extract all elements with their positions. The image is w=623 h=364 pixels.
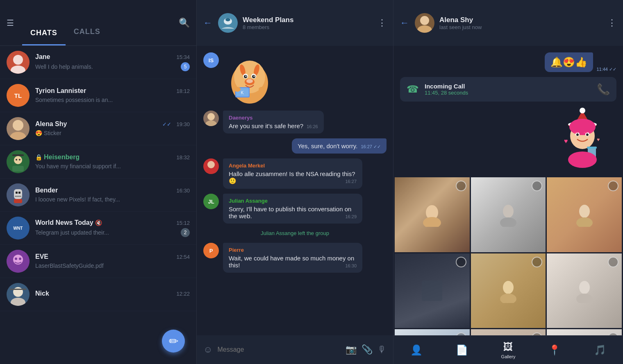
gallery-item[interactable] bbox=[471, 329, 546, 335]
mute-icon: 🔇 bbox=[95, 219, 102, 226]
svg-point-23 bbox=[11, 298, 25, 306]
more-options-icon[interactable]: ⋮ bbox=[607, 18, 616, 28]
compose-button[interactable]: ✏ bbox=[162, 330, 185, 353]
list-item[interactable]: Bender 16:30 I looove new Pixels! If fac… bbox=[0, 179, 196, 212]
message-row: Daenerys Are you sure it's safe here?16:… bbox=[203, 111, 387, 133]
svg-point-3 bbox=[10, 132, 26, 140]
unread-badge: 5 bbox=[181, 62, 190, 71]
call-card: ☎ Incoming Call 11:45, 28 seconds 📞 bbox=[400, 77, 616, 102]
list-item[interactable]: Alena Shy ✓✓ 19:30 😍 Sticker bbox=[0, 112, 196, 145]
bottom-bar-location[interactable]: 📍 bbox=[548, 344, 561, 356]
messages-area: IS bbox=[197, 46, 393, 335]
svg-point-61 bbox=[576, 133, 579, 136]
chat-header: ← Weekend Plans 8 members ⋮ bbox=[197, 0, 393, 46]
call-label: Incoming Call bbox=[425, 83, 591, 90]
profile-icon: 👤 bbox=[410, 344, 423, 356]
svg-point-48 bbox=[207, 161, 215, 168]
msg-time: 16:27 bbox=[345, 179, 357, 184]
svg-point-45 bbox=[259, 87, 265, 92]
svg-point-77 bbox=[579, 281, 590, 294]
gallery-icon: 🖼 bbox=[503, 341, 513, 353]
gallery-item[interactable] bbox=[471, 253, 546, 328]
contact-name: Alena Shy bbox=[439, 16, 607, 24]
svg-rect-74 bbox=[422, 280, 442, 301]
phone-icon[interactable]: 📞 bbox=[597, 83, 610, 96]
svg-point-72 bbox=[579, 205, 590, 218]
svg-text:♥: ♥ bbox=[564, 138, 568, 145]
svg-rect-13 bbox=[16, 192, 18, 194]
list-item[interactable]: EVE 12:54 LaserBlastSafetyGuide.pdf bbox=[0, 245, 196, 278]
svg-point-7 bbox=[14, 156, 22, 164]
msg-avatar bbox=[203, 111, 219, 126]
chat-header-info: Weekend Plans 8 members bbox=[243, 16, 377, 30]
bottom-bar-profile[interactable]: 👤 bbox=[410, 344, 423, 356]
svg-rect-10 bbox=[12, 166, 24, 172]
svg-point-40 bbox=[246, 79, 253, 83]
select-circle[interactable] bbox=[608, 257, 618, 267]
left-header: ☰ CHATS CALLS 🔍 bbox=[0, 0, 196, 46]
right-header: ← Alena Shy last seen just now ⋮ bbox=[393, 0, 623, 46]
svg-point-71 bbox=[500, 217, 516, 227]
camera-icon[interactable]: 📷 bbox=[346, 344, 357, 355]
list-item[interactable]: 🔒 Heisenberg 18:32 You have my financial… bbox=[0, 145, 196, 179]
emoji-icon[interactable]: ☺ bbox=[203, 344, 212, 355]
svg-point-51 bbox=[417, 25, 432, 33]
svg-point-37 bbox=[246, 76, 247, 77]
gallery-item[interactable] bbox=[547, 253, 622, 328]
search-icon[interactable]: 🔍 bbox=[179, 18, 190, 28]
bottom-bar-files[interactable]: 📄 bbox=[456, 344, 468, 356]
svg-point-76 bbox=[500, 294, 516, 303]
hamburger-icon[interactable]: ☰ bbox=[7, 18, 14, 28]
avatar bbox=[7, 283, 30, 306]
gallery-item[interactable] bbox=[547, 329, 622, 335]
msg-sender: Pierre bbox=[229, 247, 357, 253]
right-content: 🔔😍👍 11:44 ✓✓ ☎ Incoming Call 11:45, 28 s… bbox=[393, 46, 623, 335]
svg-rect-22 bbox=[10, 289, 26, 290]
list-item[interactable]: Jane 15:34 Well I do help animals. 5 bbox=[0, 46, 196, 79]
contact-status: last seen just now bbox=[439, 24, 607, 30]
gallery-item[interactable] bbox=[395, 177, 470, 252]
list-item[interactable]: Nick 12:22 bbox=[0, 278, 196, 311]
gallery-item[interactable] bbox=[395, 329, 470, 335]
svg-text:K: K bbox=[241, 90, 244, 95]
tabs-group: CHATS CALLS bbox=[22, 0, 179, 45]
svg-rect-12 bbox=[14, 189, 22, 199]
bottom-bar-gallery[interactable]: 🖼 Gallery bbox=[501, 341, 516, 359]
msg-time: 16:26 bbox=[307, 124, 318, 129]
select-circle[interactable] bbox=[456, 181, 466, 191]
avatar bbox=[7, 250, 30, 273]
more-options-icon[interactable]: ⋮ bbox=[377, 18, 387, 28]
msg-avatar: JL bbox=[203, 194, 219, 209]
gallery-item[interactable] bbox=[395, 253, 470, 328]
msg-avatar: IS bbox=[203, 52, 219, 68]
svg-point-8 bbox=[16, 159, 17, 161]
list-item[interactable]: WNT World News Today 🔇 15:12 Telegram ju… bbox=[0, 212, 196, 245]
tab-chats[interactable]: CHATS bbox=[22, 0, 66, 45]
msg-time: 16:27 ✓✓ bbox=[361, 144, 381, 149]
select-circle[interactable] bbox=[456, 257, 466, 267]
select-circle[interactable] bbox=[532, 257, 542, 267]
mic-icon[interactable]: 🎙 bbox=[377, 344, 387, 355]
bottom-bar-audio[interactable]: 🎵 bbox=[594, 344, 606, 356]
tab-calls[interactable]: CALLS bbox=[66, 0, 109, 45]
chat-subtitle: 8 members bbox=[243, 24, 377, 30]
list-item[interactable]: TL Tyrion Lannister 18:12 Sometimes poss… bbox=[0, 79, 196, 112]
svg-point-44 bbox=[234, 87, 241, 92]
svg-point-58 bbox=[569, 119, 596, 135]
sent-message: Yes, sure, don't worry.16:27 ✓✓ bbox=[292, 138, 387, 154]
attach-icon[interactable]: 📎 bbox=[362, 344, 373, 355]
message-input[interactable] bbox=[217, 346, 341, 353]
avatar bbox=[7, 150, 30, 173]
gallery-item[interactable] bbox=[471, 177, 546, 252]
back-button[interactable]: ← bbox=[203, 18, 212, 28]
svg-point-47 bbox=[205, 120, 217, 126]
group-avatar bbox=[218, 13, 238, 33]
back-button[interactable]: ← bbox=[400, 18, 409, 28]
contact-avatar bbox=[415, 13, 434, 33]
svg-point-38 bbox=[254, 76, 255, 77]
gallery-item[interactable] bbox=[547, 177, 622, 252]
select-circle[interactable] bbox=[608, 181, 618, 191]
chat-info: Nick 12:22 bbox=[35, 290, 190, 299]
read-checkmarks: ✓✓ bbox=[162, 121, 171, 127]
msg-avatar bbox=[203, 158, 219, 174]
